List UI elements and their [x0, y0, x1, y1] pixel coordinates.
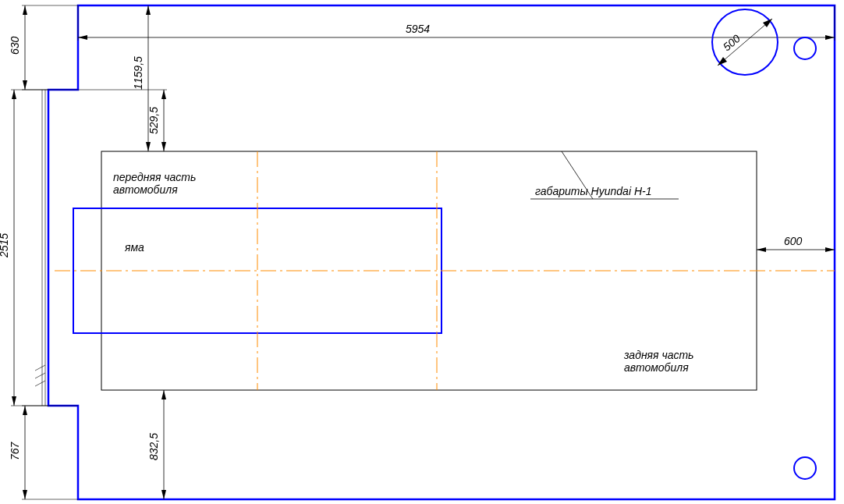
label-rear: задняя часть автомобиля: [623, 349, 697, 374]
svg-marker-32: [825, 247, 835, 252]
svg-marker-29: [161, 490, 166, 499]
dim-top-5954: 5954: [78, 5, 835, 41]
column-circle-small-top: [794, 37, 816, 59]
dim-right-600: 600: [757, 235, 835, 252]
svg-line-43: [35, 381, 45, 386]
dim-left-2515: 2515: [0, 90, 48, 406]
svg-marker-8: [23, 5, 27, 15]
label-pit: яма: [124, 241, 144, 254]
dim-832: 832,5: [147, 390, 166, 499]
svg-line-41: [35, 365, 45, 371]
column-circle-small-bottom: [794, 457, 816, 479]
svg-marker-19: [23, 490, 27, 499]
svg-line-42: [35, 373, 45, 378]
dim-2515-text: 2515: [0, 233, 10, 258]
svg-marker-13: [12, 90, 16, 99]
svg-marker-28: [161, 390, 166, 399]
svg-marker-14: [12, 396, 16, 406]
dim-529-text: 529,5: [147, 107, 160, 134]
dim-600-text: 600: [784, 235, 803, 247]
dim-left-767: 767: [9, 406, 78, 499]
dim-767-text: 767: [9, 441, 21, 460]
svg-marker-21: [146, 5, 151, 15]
dim-circle-text: 500: [721, 32, 743, 53]
dim-832-text: 832,5: [147, 433, 160, 460]
svg-marker-18: [23, 406, 27, 415]
svg-marker-9: [23, 80, 27, 90]
label-vehicle: габариты Hyundai H-1: [535, 185, 651, 197]
svg-marker-26: [161, 142, 166, 151]
svg-marker-25: [161, 90, 166, 99]
svg-marker-3: [78, 35, 87, 40]
wall-detail-left: [35, 90, 45, 406]
svg-marker-4: [825, 35, 835, 40]
dim-5954-text: 5954: [406, 23, 430, 35]
dim-left-630: 630: [9, 5, 78, 90]
label-front: передняя часть автомобиля: [113, 171, 199, 196]
svg-marker-31: [757, 247, 766, 252]
column-circle-large: 500: [712, 9, 778, 75]
dim-630-text: 630: [9, 36, 21, 55]
floorplan-drawing: 5954 630 2515 767 1159,5: [0, 0, 844, 504]
svg-marker-22: [146, 142, 151, 151]
dim-1159-text: 1159,5: [132, 56, 144, 90]
